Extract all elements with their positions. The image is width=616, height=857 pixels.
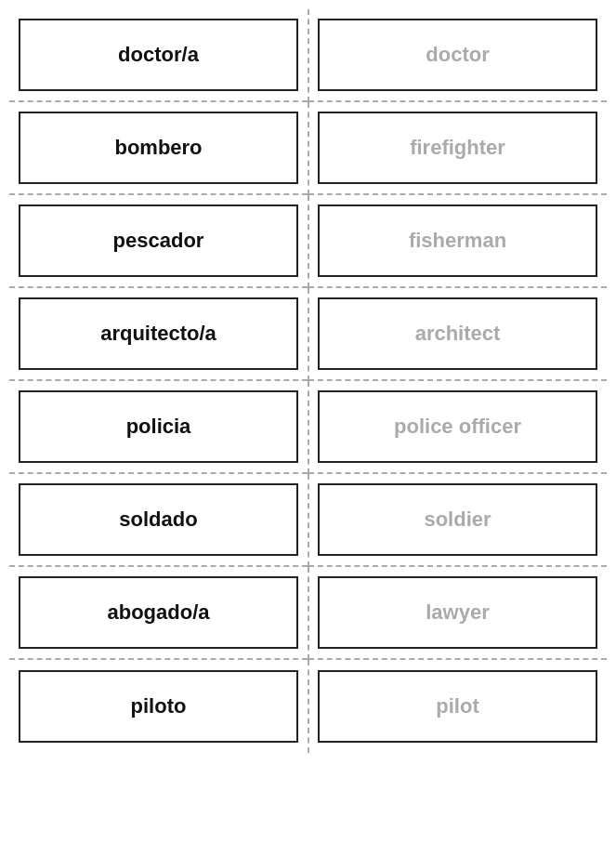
spanish-cell-5: soldado bbox=[9, 474, 308, 567]
english-text-5: soldier bbox=[424, 508, 491, 532]
spanish-cell-3: arquitecto/a bbox=[9, 288, 308, 381]
english-text-3: architect bbox=[415, 322, 501, 346]
flashcard-page: doctor/adoctorbomberofirefighterpescador… bbox=[0, 0, 616, 857]
spanish-text-4: policia bbox=[126, 415, 191, 439]
english-cell-3: architect bbox=[308, 288, 607, 381]
english-cell-0: doctor bbox=[308, 9, 607, 102]
english-card-6[interactable]: lawyer bbox=[318, 576, 597, 649]
spanish-card-5[interactable]: soldado bbox=[19, 483, 298, 556]
spanish-card-2[interactable]: pescador bbox=[19, 204, 298, 277]
spanish-text-1: bombero bbox=[114, 136, 202, 160]
spanish-card-3[interactable]: arquitecto/a bbox=[19, 297, 298, 370]
spanish-cell-0: doctor/a bbox=[9, 9, 308, 102]
english-card-7[interactable]: pilot bbox=[318, 670, 597, 743]
spanish-cell-1: bombero bbox=[9, 102, 308, 195]
english-cell-4: police officer bbox=[308, 381, 607, 474]
english-cell-5: soldier bbox=[308, 474, 607, 567]
english-card-4[interactable]: police officer bbox=[318, 390, 597, 463]
english-card-0[interactable]: doctor bbox=[318, 19, 597, 91]
english-text-4: police officer bbox=[394, 415, 521, 439]
spanish-card-0[interactable]: doctor/a bbox=[19, 19, 298, 91]
flashcard-grid: doctor/adoctorbomberofirefighterpescador… bbox=[9, 9, 607, 753]
english-cell-7: pilot bbox=[308, 660, 607, 753]
english-card-1[interactable]: firefighter bbox=[318, 112, 597, 184]
spanish-card-6[interactable]: abogado/a bbox=[19, 576, 298, 649]
spanish-cell-2: pescador bbox=[9, 195, 308, 288]
english-card-3[interactable]: architect bbox=[318, 297, 597, 370]
spanish-text-2: pescador bbox=[113, 229, 204, 253]
spanish-text-5: soldado bbox=[119, 508, 197, 532]
english-card-5[interactable]: soldier bbox=[318, 483, 597, 556]
spanish-text-0: doctor/a bbox=[118, 43, 199, 67]
spanish-card-1[interactable]: bombero bbox=[19, 112, 298, 184]
spanish-text-7: piloto bbox=[131, 694, 187, 719]
spanish-cell-4: policia bbox=[9, 381, 308, 474]
english-text-1: firefighter bbox=[410, 136, 505, 160]
spanish-cell-7: piloto bbox=[9, 660, 308, 753]
english-cell-2: fisherman bbox=[308, 195, 607, 288]
english-text-7: pilot bbox=[436, 694, 478, 719]
english-cell-1: firefighter bbox=[308, 102, 607, 195]
english-cell-6: lawyer bbox=[308, 567, 607, 660]
english-text-0: doctor bbox=[426, 43, 489, 67]
spanish-cell-6: abogado/a bbox=[9, 567, 308, 660]
english-text-6: lawyer bbox=[426, 600, 490, 625]
spanish-card-7[interactable]: piloto bbox=[19, 670, 298, 743]
english-card-2[interactable]: fisherman bbox=[318, 204, 597, 277]
spanish-card-4[interactable]: policia bbox=[19, 390, 298, 463]
spanish-text-6: abogado/a bbox=[107, 600, 209, 625]
english-text-2: fisherman bbox=[409, 229, 506, 253]
spanish-text-3: arquitecto/a bbox=[100, 322, 216, 346]
